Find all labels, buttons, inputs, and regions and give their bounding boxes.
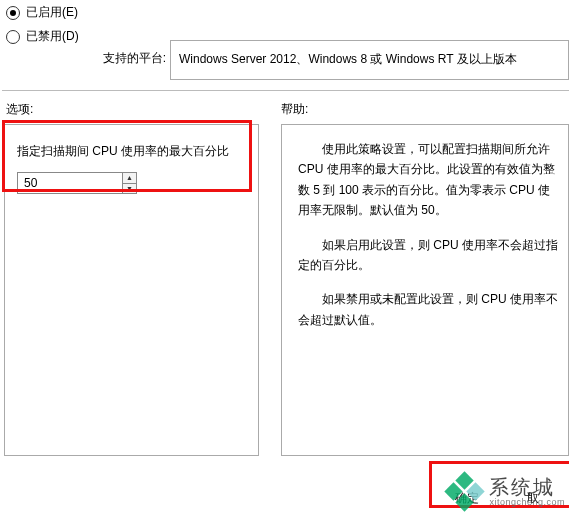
radio-disabled[interactable]: 已禁用(D): [6, 28, 79, 45]
spinner-down-icon[interactable]: ▼: [123, 184, 136, 194]
radio-enabled-label: 已启用(E): [26, 4, 78, 21]
cancel-button[interactable]: 取: [527, 490, 539, 507]
radio-enabled[interactable]: 已启用(E): [6, 4, 78, 21]
supported-platforms-box: Windows Server 2012、Windows 8 或 Windows …: [170, 40, 569, 80]
help-paragraph-1: 使用此策略设置，可以配置扫描期间所允许 CPU 使用率的最大百分比。此设置的有效…: [298, 139, 560, 221]
radio-enabled-circle: [6, 6, 20, 20]
cpu-max-percent-label: 指定扫描期间 CPU 使用率的最大百分比: [17, 143, 248, 160]
radio-disabled-circle: [6, 30, 20, 44]
cpu-max-percent-input[interactable]: [18, 173, 122, 193]
options-section-label: 选项:: [6, 101, 33, 118]
divider: [2, 90, 569, 91]
supported-platforms-label: 支持的平台:: [103, 50, 166, 67]
options-panel: 指定扫描期间 CPU 使用率的最大百分比 ▲ ▼: [4, 124, 259, 456]
cpu-max-percent-spinner[interactable]: ▲ ▼: [17, 172, 137, 194]
ok-button[interactable]: 确定: [455, 490, 479, 507]
help-panel: 使用此策略设置，可以配置扫描期间所允许 CPU 使用率的最大百分比。此设置的有效…: [281, 124, 569, 456]
spinner-buttons: ▲ ▼: [122, 173, 136, 193]
help-section-label: 帮助:: [281, 101, 308, 118]
supported-platforms-value: Windows Server 2012、Windows 8 或 Windows …: [179, 52, 517, 66]
spinner-up-icon[interactable]: ▲: [123, 173, 136, 184]
dialog-buttons: 确定 取: [455, 490, 539, 507]
radio-disabled-label: 已禁用(D): [26, 28, 79, 45]
help-paragraph-2: 如果启用此设置，则 CPU 使用率不会超过指定的百分比。: [298, 235, 560, 276]
help-paragraph-3: 如果禁用或未配置此设置，则 CPU 使用率不会超过默认值。: [298, 289, 560, 330]
